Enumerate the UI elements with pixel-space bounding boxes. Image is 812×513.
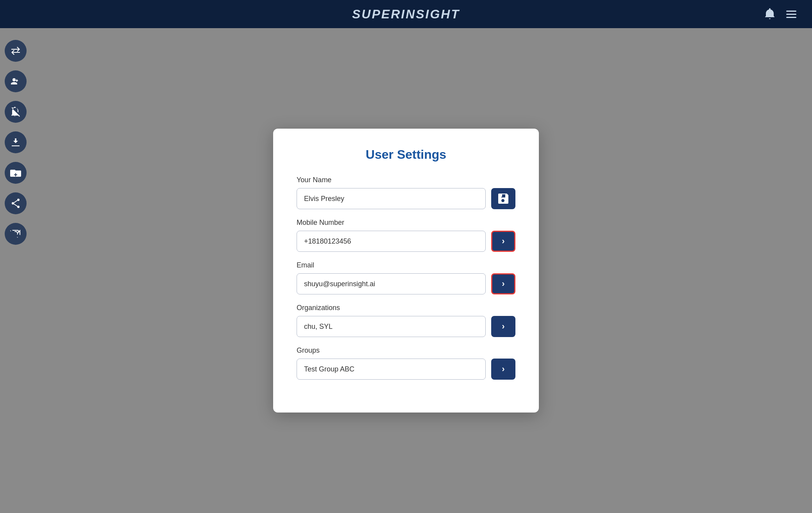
svg-point-2 (17, 206, 20, 208)
camera-off-icon (10, 229, 21, 239)
add-folder-icon (10, 168, 21, 178)
sidebar-item-transfer[interactable] (5, 40, 27, 62)
email-navigate-button[interactable]: › (491, 273, 515, 294)
hamburger-icon (786, 11, 796, 18)
svg-point-1 (12, 202, 14, 204)
name-save-button[interactable] (491, 188, 515, 209)
groups-field-group: Groups › (297, 346, 515, 380)
svg-line-3 (14, 201, 18, 203)
upload-icon (11, 137, 21, 147)
share-icon (11, 198, 21, 208)
svg-point-0 (17, 199, 20, 201)
user-settings-modal: User Settings Your Name Mobile Number › (273, 129, 539, 413)
organizations-field-row: › (297, 316, 515, 337)
sidebar-item-upload[interactable] (5, 131, 27, 153)
sidebar (0, 28, 31, 513)
brand-logo: SUPERINSIGHT (352, 7, 460, 22)
organizations-label: Organizations (297, 304, 515, 312)
groups-label: Groups (297, 346, 515, 355)
mobile-field-group: Mobile Number › (297, 219, 515, 252)
modal-overlay: User Settings Your Name Mobile Number › (0, 28, 812, 513)
email-label: Email (297, 261, 515, 269)
email-field-row: › (297, 273, 515, 294)
organizations-field-group: Organizations › (297, 304, 515, 337)
sidebar-item-camera-off[interactable] (5, 223, 27, 245)
chevron-right-icon: › (502, 236, 504, 246)
name-field-group: Your Name (297, 176, 515, 209)
name-field-row (297, 188, 515, 209)
transfer-icon (11, 47, 21, 55)
top-nav: SUPERINSIGHT (0, 0, 812, 28)
nav-right-icons (764, 8, 796, 20)
sidebar-item-share[interactable] (5, 192, 27, 214)
organizations-navigate-button[interactable]: › (491, 316, 515, 337)
mobile-field-row: › (297, 231, 515, 252)
save-icon (498, 194, 508, 204)
groups-field-row: › (297, 359, 515, 380)
bell-icon (764, 8, 775, 20)
chevron-right-icon: › (502, 364, 504, 374)
svg-line-4 (14, 204, 18, 206)
modal-title: User Settings (297, 147, 515, 162)
name-label: Your Name (297, 176, 515, 184)
chevron-right-icon: › (502, 279, 504, 289)
sidebar-item-add-user[interactable] (5, 70, 27, 92)
sidebar-item-mute[interactable] (5, 101, 27, 123)
groups-navigate-button[interactable]: › (491, 359, 515, 380)
name-input[interactable] (297, 188, 486, 209)
organizations-input[interactable] (297, 316, 486, 337)
groups-input[interactable] (297, 359, 486, 380)
email-field-group: Email › (297, 261, 515, 294)
email-input[interactable] (297, 273, 486, 294)
chevron-right-icon: › (502, 321, 504, 332)
mute-icon (11, 107, 21, 117)
sidebar-item-add-folder[interactable] (5, 162, 27, 184)
mobile-label: Mobile Number (297, 219, 515, 227)
add-user-icon (10, 77, 21, 86)
menu-button[interactable] (786, 11, 796, 18)
notification-button[interactable] (764, 8, 775, 20)
mobile-navigate-button[interactable]: › (491, 231, 515, 252)
mobile-input[interactable] (297, 231, 486, 252)
